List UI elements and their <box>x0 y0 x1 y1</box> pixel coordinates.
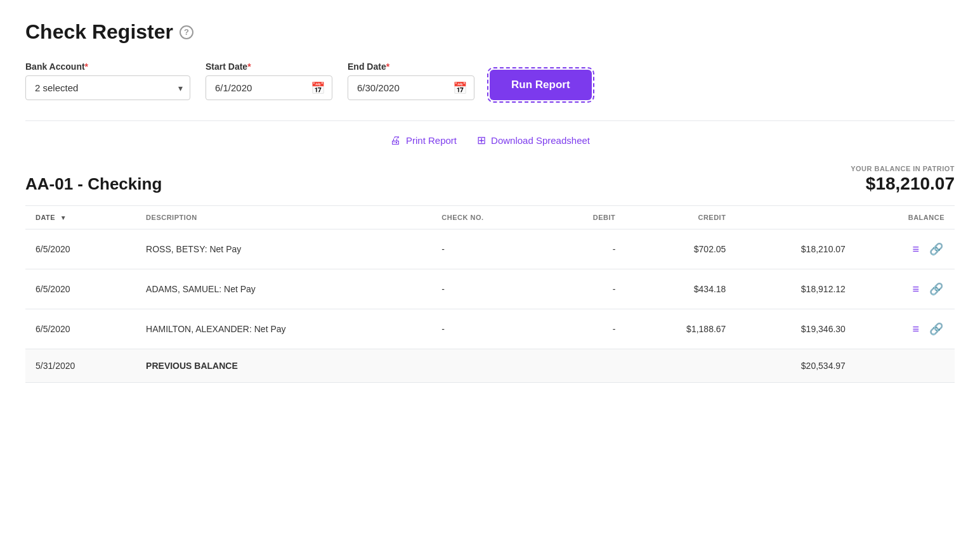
link-icon: 🔗 <box>929 243 943 255</box>
bank-account-label: Bank Account* <box>25 61 190 72</box>
row-check-no: - <box>431 309 546 349</box>
row-debit: - <box>547 229 626 269</box>
download-spreadsheet-button[interactable]: ⊞ Download Spreadsheet <box>477 134 590 147</box>
list-icon: ≡ <box>912 243 919 255</box>
sort-arrow-icon: ▼ <box>60 214 67 221</box>
row-balance: $18,210.07 <box>736 229 855 269</box>
end-date-wrapper: 📅 <box>348 75 474 100</box>
table-row: 5/31/2020 PREVIOUS BALANCE $20,534.97 <box>25 349 955 383</box>
balance-label: YOUR BALANCE IN PATRIOT <box>851 165 955 172</box>
link-icon: 🔗 <box>929 283 943 295</box>
row-check-no: - <box>431 229 546 269</box>
row-empty-actions <box>856 349 955 383</box>
row-date: 5/31/2020 <box>25 349 136 383</box>
filter-row: Bank Account* 2 selected ▾ Start Date* 📅… <box>25 61 955 100</box>
row-balance: $19,346.30 <box>736 309 855 349</box>
row-debit <box>547 349 626 383</box>
print-icon: 🖨 <box>390 134 401 147</box>
print-report-label: Print Report <box>406 135 457 146</box>
col-header-balance: BALANCE <box>736 206 955 229</box>
row-description: PREVIOUS BALANCE <box>136 349 431 383</box>
table-row: 6/5/2020 ADAMS, SAMUEL: Net Pay - - $434… <box>25 269 955 309</box>
row-link-button[interactable]: 🔗 <box>928 281 944 297</box>
row-check-no: - <box>431 269 546 309</box>
balance-amount: $18,210.07 <box>851 174 955 194</box>
row-credit: $1,188.67 <box>625 309 736 349</box>
balance-block: YOUR BALANCE IN PATRIOT $18,210.07 <box>851 165 955 194</box>
row-link-button[interactable]: 🔗 <box>928 241 944 257</box>
table-row: 6/5/2020 ROSS, BETSY: Net Pay - - $702.0… <box>25 229 955 269</box>
row-check-no <box>431 349 546 383</box>
row-balance: $20,534.97 <box>736 349 855 383</box>
table-body: 6/5/2020 ROSS, BETSY: Net Pay - - $702.0… <box>25 229 955 383</box>
col-header-date[interactable]: DATE ▼ <box>25 206 136 229</box>
col-header-credit: CREDIT <box>625 206 736 229</box>
page-title: Check Register <box>25 20 173 44</box>
spreadsheet-icon: ⊞ <box>477 134 486 147</box>
link-icon: 🔗 <box>929 323 943 335</box>
help-icon[interactable]: ? <box>180 25 193 39</box>
row-date: 6/5/2020 <box>25 229 136 269</box>
check-register-table: DATE ▼ DESCRIPTION CHECK NO. DEBIT CREDI… <box>25 205 955 383</box>
account-name: AA-01 - Checking <box>25 174 162 194</box>
col-header-description: DESCRIPTION <box>136 206 431 229</box>
col-header-debit: DEBIT <box>547 206 626 229</box>
toolbar-actions: 🖨 Print Report ⊞ Download Spreadsheet <box>25 134 955 147</box>
account-header: AA-01 - Checking YOUR BALANCE IN PATRIOT… <box>25 165 955 194</box>
end-date-label: End Date* <box>348 61 474 72</box>
run-report-button[interactable]: Run Report <box>490 70 592 100</box>
row-date: 6/5/2020 <box>25 269 136 309</box>
row-balance: $18,912.12 <box>736 269 855 309</box>
bank-account-select-wrapper: 2 selected ▾ <box>25 75 190 100</box>
row-actions: ≡ 🔗 <box>856 269 955 309</box>
start-date-group: Start Date* 📅 <box>206 61 332 100</box>
table-row: 6/5/2020 HAMILTON, ALEXANDER: Net Pay - … <box>25 309 955 349</box>
row-description: ADAMS, SAMUEL: Net Pay <box>136 269 431 309</box>
start-date-wrapper: 📅 <box>206 75 332 100</box>
start-date-input[interactable] <box>206 75 332 100</box>
bank-account-group: Bank Account* 2 selected ▾ <box>25 61 190 100</box>
list-icon: ≡ <box>912 323 919 335</box>
toolbar-divider <box>25 120 955 121</box>
print-report-button[interactable]: 🖨 Print Report <box>390 134 457 147</box>
list-icon: ≡ <box>912 283 919 295</box>
row-credit: $702.05 <box>625 229 736 269</box>
row-actions: ≡ 🔗 <box>856 229 955 269</box>
end-date-group: End Date* 📅 <box>348 61 474 100</box>
row-link-button[interactable]: 🔗 <box>928 321 944 337</box>
row-debit: - <box>547 269 626 309</box>
row-debit: - <box>547 309 626 349</box>
row-description: ROSS, BETSY: Net Pay <box>136 229 431 269</box>
download-spreadsheet-label: Download Spreadsheet <box>491 135 590 146</box>
row-description: HAMILTON, ALEXANDER: Net Pay <box>136 309 431 349</box>
bank-account-select[interactable]: 2 selected <box>25 75 190 100</box>
row-actions: ≡ 🔗 <box>856 309 955 349</box>
table-header: DATE ▼ DESCRIPTION CHECK NO. DEBIT CREDI… <box>25 206 955 229</box>
col-header-check-no: CHECK NO. <box>431 206 546 229</box>
row-credit: $434.18 <box>625 269 736 309</box>
row-detail-button[interactable]: ≡ <box>911 281 920 297</box>
row-detail-button[interactable]: ≡ <box>911 321 920 337</box>
row-date: 6/5/2020 <box>25 309 136 349</box>
row-credit <box>625 349 736 383</box>
end-date-input[interactable] <box>348 75 474 100</box>
start-date-label: Start Date* <box>206 61 332 72</box>
row-detail-button[interactable]: ≡ <box>911 242 920 257</box>
